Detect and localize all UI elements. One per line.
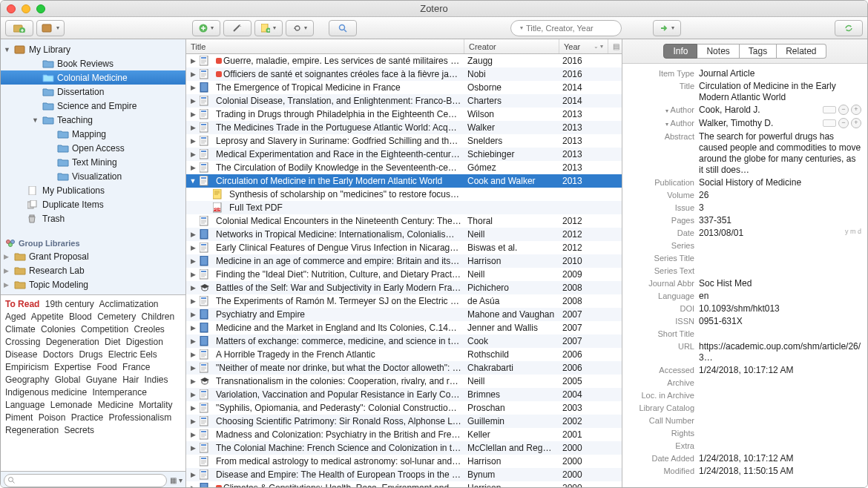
tag[interactable]: Piment (5, 412, 33, 423)
item-row[interactable]: ▶Colonial Disease, Translation, and Enli… (186, 94, 622, 108)
disclosure-triangle[interactable]: ▶ (186, 471, 200, 478)
collection-row[interactable]: Mapping (1, 127, 185, 141)
tag[interactable]: Poison (39, 412, 66, 423)
item-row[interactable]: ▶Choosing Scientific Patrimony: Sir Rona… (186, 415, 622, 428)
tag[interactable]: Mortality (139, 400, 172, 410)
field-value[interactable]: 1/24/2018, 11:50:15 AM (699, 466, 861, 477)
swap-names-button[interactable] (823, 106, 836, 113)
item-row[interactable]: ▶Trading in Drugs through Philadelphia i… (186, 108, 622, 121)
disclosure-triangle[interactable]: ▶ (186, 364, 200, 372)
item-row[interactable]: ▶Battles of the Self: War and Subjectivi… (186, 281, 622, 294)
tag[interactable]: Expertise (54, 362, 91, 372)
quick-search[interactable]: ▾ (510, 20, 622, 36)
tag[interactable]: Intemperance (92, 387, 146, 398)
collection-row[interactable]: Colonial Medicine (1, 70, 185, 85)
tab-related[interactable]: Related (777, 44, 826, 59)
item-row[interactable]: ▶Transnationalism in the colonies: Coope… (186, 375, 622, 388)
tag[interactable]: Doctors (43, 349, 73, 360)
tag[interactable]: Indigenous medicine (5, 387, 87, 398)
field-value[interactable]: 0951-631X (699, 316, 861, 327)
tag[interactable]: Medicine (98, 400, 134, 410)
tab-notes[interactable]: Notes (697, 44, 739, 59)
disclosure-triangle[interactable]: ▶ (186, 84, 200, 91)
remove-author-button[interactable]: − (838, 105, 849, 115)
new-library-button[interactable]: ▾ (36, 20, 65, 36)
item-row[interactable]: ▶"Neither of meate nor drinke, but what … (186, 361, 622, 375)
new-collection-button[interactable] (5, 20, 33, 36)
field-value[interactable]: 2013/08/01 (699, 228, 841, 239)
collection-row[interactable]: Visualization (1, 169, 185, 183)
disclosure-triangle[interactable]: ▶ (186, 124, 200, 131)
item-row[interactable]: ▶Disease and Empire: The Health of Europ… (186, 468, 622, 481)
item-row[interactable]: ▶Medicine in an age of commerce and empi… (186, 254, 622, 268)
field-value[interactable]: https://academic.oup.com/shm/article/26/… (699, 341, 861, 363)
item-row[interactable]: ▶The Emergence of Tropical Medicine in F… (186, 81, 622, 94)
tab-info[interactable]: Info (663, 44, 697, 59)
field-value[interactable]: Walker, Timothy D. (699, 118, 820, 129)
collection-row[interactable]: Dissertation (1, 85, 185, 99)
tag[interactable]: Cemetery (97, 311, 136, 322)
collection-row[interactable]: Science and Empire (1, 99, 185, 113)
group-row[interactable]: ▶Grant Proposal (1, 249, 185, 263)
field-value[interactable]: 3 (699, 202, 861, 214)
duplicate-items-row[interactable]: Duplicate Items (1, 197, 185, 211)
my-publications-row[interactable]: My Publications (1, 183, 185, 197)
new-note-button[interactable]: ▾ (254, 20, 283, 36)
tag[interactable]: Geography (5, 375, 49, 385)
item-row[interactable]: ▶Networks in Tropical Medicine: Internat… (186, 228, 622, 241)
disclosure-triangle[interactable]: ▼ (186, 177, 200, 185)
quick-search-input[interactable] (526, 24, 628, 33)
disclosure-triangle[interactable]: ▶ (186, 351, 200, 358)
field-value[interactable]: The search for powerful drugs has caused… (699, 131, 861, 176)
item-row[interactable]: Synthesis of scholarship on "medicines" … (186, 188, 622, 201)
tab-tags[interactable]: Tags (740, 44, 777, 59)
item-row[interactable]: ▶The Circulation of Bodily Knowledge in … (186, 161, 622, 174)
item-row[interactable]: ▶Guerre, maladie, empire. Les services d… (186, 54, 622, 67)
collection-row[interactable]: ▼Teaching (1, 113, 185, 127)
disclosure-triangle[interactable]: ▶ (186, 137, 200, 145)
field-value[interactable]: 1/24/2018, 10:17:12 AM (699, 365, 861, 376)
field-value[interactable]: Social History of Medicine (699, 177, 861, 188)
item-row[interactable]: ▶"Syphilis, Opiomania, and Pederasty": C… (186, 401, 622, 415)
remove-author-button[interactable]: − (838, 118, 849, 128)
item-row[interactable]: ▶Medicine and the Market in England and … (186, 321, 622, 334)
item-row[interactable]: ▼Circulation of Medicine in the Early Mo… (186, 174, 622, 188)
advanced-search-button[interactable] (329, 20, 357, 36)
tag[interactable]: Language (5, 400, 45, 410)
disclosure-triangle[interactable]: ▶ (186, 151, 200, 158)
disclosure-triangle[interactable]: ▶ (186, 164, 200, 171)
item-row[interactable]: ▶Matters of exchange: commerce, medicine… (186, 334, 622, 348)
tag[interactable]: France (122, 362, 150, 372)
swap-names-button[interactable] (823, 119, 836, 127)
add-attachment-button[interactable]: ▾ (286, 20, 314, 36)
tag[interactable]: Empiricism (5, 362, 49, 372)
disclosure-triangle[interactable]: ▶ (186, 271, 200, 278)
add-author-button[interactable]: + (851, 118, 861, 128)
tag[interactable]: Blood (69, 311, 92, 322)
disclosure-triangle[interactable]: ▶ (186, 111, 200, 118)
item-row[interactable]: From medical astrology to medical astron… (186, 455, 622, 468)
disclosure-triangle[interactable]: ▶ (186, 97, 200, 105)
tag[interactable]: Regeneration (5, 425, 59, 435)
item-row[interactable]: ▶Madness and Colonization: Psychiatry in… (186, 428, 622, 441)
disclosure-triangle[interactable]: ▶ (186, 311, 200, 318)
item-row[interactable]: ▶Finding the "Ideal Diet": Nutrition, Cu… (186, 268, 622, 281)
collection-row[interactable]: Text Mining (1, 155, 185, 169)
field-value[interactable]: 10.1093/shm/hkt013 (699, 303, 861, 314)
tag[interactable]: Secrets (64, 425, 94, 435)
collection-row[interactable]: Open Access (1, 141, 185, 155)
item-row[interactable]: ▶The Experiments of Ramón M. Termeyer SJ… (186, 294, 622, 308)
disclosure-triangle[interactable]: ▶ (186, 418, 200, 425)
field-value[interactable]: Circulation of Medicine in the Early Mod… (699, 81, 861, 103)
disclosure-triangle[interactable]: ▶ (186, 297, 200, 305)
disclosure-triangle[interactable]: ▶ (186, 257, 200, 265)
column-year[interactable]: Year⌄ ▾ (559, 39, 608, 53)
tag[interactable]: Indies (144, 375, 168, 385)
disclosure-triangle[interactable]: ▶ (186, 444, 200, 452)
field-value[interactable]: Journal Article (699, 68, 861, 79)
tag[interactable]: Guyane (86, 375, 117, 385)
column-picker[interactable]: ▤ (608, 39, 622, 53)
tag[interactable]: Diet (105, 337, 120, 347)
field-value[interactable]: Cook, Harold J. (699, 105, 820, 116)
disclosure-triangle[interactable]: ▶ (186, 231, 200, 238)
